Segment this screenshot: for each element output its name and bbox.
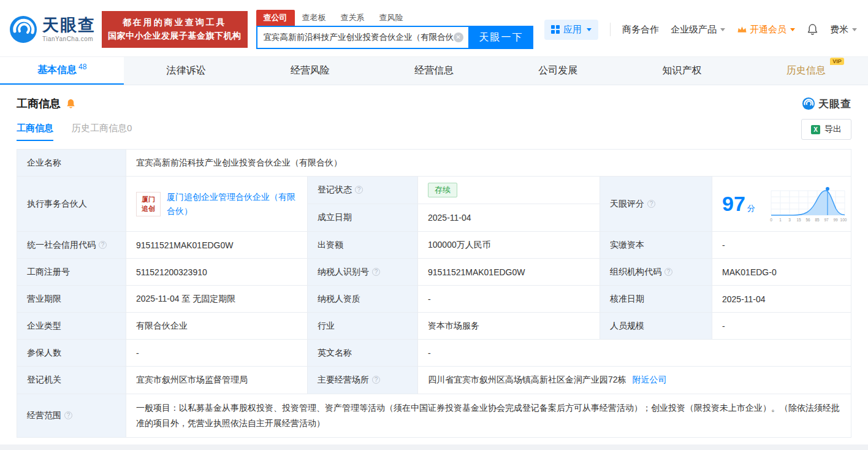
- score-value: 97分: [722, 192, 755, 216]
- partner-link[interactable]: 厦门追创企业管理合伙企业（有限合伙）: [167, 190, 297, 218]
- english-name-label: 英文名称: [308, 340, 418, 367]
- tianyancha-logo-icon: [9, 15, 38, 44]
- search-tab-boss[interactable]: 查老板: [295, 10, 333, 26]
- tab-label: 法律诉讼: [166, 64, 205, 77]
- establish-date-value: 2025-11-04: [418, 204, 600, 232]
- search-button[interactable]: 天眼一下: [470, 26, 533, 49]
- notification-bell-icon[interactable]: [807, 23, 818, 36]
- tab-basic-info[interactable]: 基本信息 48: [0, 57, 124, 85]
- tab-label: 知识产权: [663, 64, 702, 77]
- tab-label: 经营风险: [291, 64, 330, 77]
- user-menu[interactable]: 费米: [830, 24, 857, 36]
- menu-enterprise[interactable]: 企业级产品: [671, 24, 725, 36]
- industry-value: 资本市场服务: [418, 313, 600, 340]
- org-code-value: MAK01EDG-0: [712, 259, 851, 286]
- capital-value: 100000万人民币: [418, 232, 600, 259]
- paid-capital-value: -: [712, 232, 851, 259]
- logo-domain: TianYanCha.com: [42, 36, 96, 42]
- insured-count-value: -: [126, 340, 308, 367]
- help-icon[interactable]: [99, 241, 107, 249]
- partner-cell: 厦门 追创 厦门追创企业管理合伙企业（有限合伙）: [126, 177, 308, 232]
- footer-strip: [0, 444, 868, 450]
- search-tab-company[interactable]: 查公司: [256, 10, 295, 26]
- score-label: 天眼评分: [600, 177, 712, 232]
- svg-text:97: 97: [824, 218, 829, 222]
- search-tab-risk[interactable]: 查风险: [372, 10, 411, 26]
- capital-label: 出资额: [308, 232, 418, 259]
- staff-size-value: -: [712, 313, 851, 340]
- tab-operating-info[interactable]: 经营信息: [372, 57, 496, 85]
- help-icon[interactable]: [664, 268, 672, 276]
- approval-date-label: 核准日期: [600, 286, 712, 313]
- help-icon[interactable]: [372, 376, 380, 384]
- company-nav-tabs: 基本信息 48 法律诉讼 经营风险 经营信息 公司发展 知识产权 历史信息 VI…: [0, 56, 868, 85]
- clear-search-icon[interactable]: [454, 32, 463, 42]
- row-insured-count: 参保人数 - 英文名称 -: [17, 340, 851, 367]
- english-name-value: -: [418, 340, 851, 367]
- business-term-label: 营业期限: [17, 286, 126, 313]
- search-tab-relation[interactable]: 查关系: [333, 10, 372, 26]
- subtab-history-business-info[interactable]: 历史工商信息0: [72, 123, 132, 141]
- enterprise-label: 企业级产品: [671, 24, 717, 36]
- excel-icon: [811, 125, 820, 134]
- export-label: 导出: [824, 124, 842, 135]
- svg-text:99: 99: [833, 218, 838, 222]
- approval-date-value: 2025-11-04: [712, 286, 851, 313]
- business-address-value: 四川省宜宾市叙州区高场镇高新社区金润产业园72栋: [428, 375, 626, 386]
- section-title: 工商信息: [17, 96, 61, 111]
- nearby-companies-link[interactable]: 附近公司: [633, 375, 667, 386]
- reg-authority-value: 宜宾市叙州区市场监督管理局: [126, 367, 308, 394]
- reg-number-label: 工商注册号: [17, 259, 126, 286]
- svg-text:1: 1: [779, 218, 782, 222]
- svg-text:15: 15: [796, 218, 801, 222]
- staff-size-label: 人员规模: [600, 313, 712, 340]
- insured-count-label: 参保人数: [17, 340, 126, 367]
- tab-label: 历史信息: [786, 65, 826, 75]
- row-company-name: 企业名称 宜宾高新前沿科技产业创业投资合伙企业（有限合伙）: [17, 150, 851, 177]
- help-icon[interactable]: [64, 411, 72, 419]
- menu-divider: [610, 23, 611, 36]
- tab-count: 48: [78, 63, 86, 71]
- search-input[interactable]: [264, 33, 454, 42]
- score-cell: 97分: [712, 177, 851, 232]
- tab-legal-proceedings[interactable]: 法律诉讼: [124, 57, 248, 85]
- help-icon[interactable]: [647, 200, 655, 208]
- business-scope-label: 经营范围: [17, 394, 126, 438]
- apps-button[interactable]: 应用: [544, 20, 598, 40]
- reg-number-value: 511521200323910: [126, 259, 308, 286]
- business-address-cell: 四川省宜宾市叙州区高场镇高新社区金润产业园72栋 附近公司: [418, 367, 851, 394]
- credit-code-label: 统一社会信用代码: [17, 232, 126, 259]
- tab-history-info[interactable]: 历史信息 VIP: [744, 57, 868, 85]
- partner-logo: 厦门 追创: [136, 192, 161, 216]
- menu-vip[interactable]: 开通会员: [737, 24, 795, 36]
- tab-company-development[interactable]: 公司发展: [496, 57, 620, 85]
- row-business-scope: 经营范围 一般项目：以私募基金从事股权投资、投资管理、资产管理等活动（须在中国证…: [17, 394, 851, 438]
- tax-id-label: 纳税人识别号: [308, 259, 418, 286]
- tax-qualification-value: -: [418, 286, 600, 313]
- subscribe-bell-icon[interactable]: [66, 98, 76, 109]
- help-icon[interactable]: [355, 186, 363, 194]
- status-badge: 存续: [428, 183, 457, 197]
- brand-watermark-text: 天眼查: [818, 97, 851, 111]
- tab-operating-risk[interactable]: 经营风险: [248, 57, 372, 85]
- menu-cooperation[interactable]: 商务合作: [622, 24, 659, 36]
- tab-label: 基本信息: [37, 64, 77, 77]
- chevron-down-icon: [720, 28, 725, 31]
- export-button[interactable]: 导出: [801, 119, 851, 140]
- tab-intellectual-property[interactable]: 知识产权: [620, 57, 744, 85]
- partner-label: 执行事务合伙人: [17, 177, 126, 232]
- brand-watermark: 天眼查: [802, 97, 851, 111]
- svg-text:0: 0: [770, 218, 772, 222]
- chevron-down-icon: [852, 28, 857, 31]
- svg-text:3: 3: [788, 218, 791, 222]
- vip-badge: VIP: [830, 58, 844, 65]
- tianyancha-logo[interactable]: 天眼查 TianYanCha.com: [9, 15, 96, 44]
- company-name-value: 宜宾高新前沿科技产业创业投资合伙企业（有限合伙）: [126, 150, 851, 177]
- main-content: 工商信息 天眼查 工商信息 历史工商信息0 导出: [0, 85, 868, 438]
- help-icon[interactable]: [372, 268, 380, 276]
- search-tabs: 查公司 查老板 查关系 查风险: [256, 10, 533, 26]
- subtab-business-info[interactable]: 工商信息: [17, 123, 53, 141]
- tax-id-value: 91511521MAK01EDG0W: [418, 259, 600, 286]
- logo-brand-name: 天眼查: [42, 17, 96, 35]
- tax-qualification-label: 纳税人资质: [308, 286, 418, 313]
